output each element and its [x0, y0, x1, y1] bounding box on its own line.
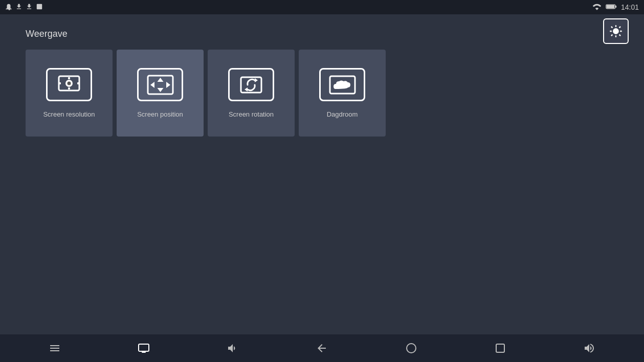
nav-bar [0, 334, 644, 362]
recents-nav-item[interactable] [487, 338, 513, 358]
status-bar: 14:01 [0, 0, 644, 14]
download2-icon [26, 3, 33, 12]
tile-screen-position-label: Screen position [133, 110, 187, 118]
svg-marker-14 [166, 82, 170, 88]
svg-rect-22 [142, 352, 146, 353]
back-nav-item[interactable] [309, 338, 335, 358]
tile-screen-rotation-label: Screen rotation [225, 110, 278, 118]
svg-marker-13 [150, 82, 154, 88]
tile-dagdroom[interactable]: Dagdroom [299, 50, 386, 137]
tile-screen-resolution-label: Screen resolution [39, 110, 99, 118]
tile-dagdroom-label: Dagdroom [323, 110, 362, 118]
status-icons [5, 3, 43, 12]
main-content: Weergave Screen resolution [0, 14, 644, 151]
status-right: 14:01 [592, 3, 639, 12]
tile-screen-resolution[interactable]: Screen resolution [26, 50, 113, 137]
svg-rect-2 [615, 6, 616, 8]
svg-rect-0 [37, 4, 42, 9]
section-title: Weergave [26, 29, 618, 39]
notification-icon [5, 3, 12, 12]
svg-rect-25 [496, 344, 504, 352]
tile-screen-position[interactable]: Screen position [117, 50, 204, 137]
home-nav-item[interactable] [398, 338, 424, 358]
badge-icon [36, 3, 43, 12]
svg-rect-9 [68, 87, 70, 89]
svg-marker-19 [245, 87, 248, 92]
svg-rect-8 [68, 77, 70, 79]
wifi-icon [592, 3, 602, 12]
svg-rect-10 [59, 82, 61, 84]
brightness-icon [609, 24, 623, 38]
display-nav-item[interactable] [131, 338, 157, 358]
svg-marker-16 [157, 88, 163, 92]
svg-rect-3 [607, 5, 615, 8]
screen-position-icon [137, 68, 183, 101]
menu-nav-item[interactable] [42, 338, 68, 358]
tile-screen-rotation[interactable]: Screen rotation [208, 50, 295, 137]
svg-point-7 [68, 81, 71, 85]
svg-point-4 [613, 29, 618, 33]
svg-point-24 [407, 344, 416, 353]
settings-button[interactable] [603, 18, 629, 44]
svg-marker-15 [157, 78, 163, 82]
cloud-icon [319, 68, 365, 101]
svg-marker-18 [255, 78, 258, 82]
battery-icon [606, 3, 617, 12]
svg-rect-21 [139, 344, 149, 351]
clock: 14:01 [621, 3, 639, 11]
screen-rotation-icon [228, 68, 274, 101]
screen-resolution-icon [46, 68, 92, 101]
volume-up-nav-item[interactable] [576, 338, 602, 358]
volume-down-nav-item[interactable] [220, 338, 246, 358]
tiles-container: Screen resolution Screen position [26, 50, 618, 137]
download1-icon [15, 3, 23, 12]
svg-rect-11 [77, 82, 79, 84]
